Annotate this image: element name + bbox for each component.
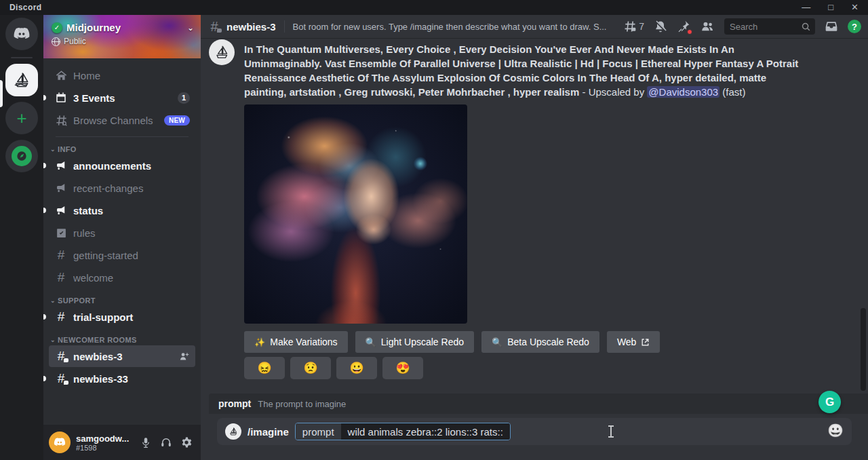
server-banner[interactable]: ✓ Midjourney ⌄ Public [43, 15, 201, 58]
reaction-worried[interactable]: 😟 [290, 357, 331, 379]
discord-home-button[interactable] [5, 18, 38, 50]
maximize-button[interactable]: □ [828, 1, 833, 14]
channel-topic[interactable]: Bot room for new users. Type /imagine th… [293, 22, 618, 32]
section-title: SUPPORT [58, 296, 96, 305]
channel-getting-started[interactable]: # getting-started [49, 244, 195, 266]
search-placeholder: Search [730, 22, 798, 32]
channel-newbies-3[interactable]: # newbies-3 [49, 345, 195, 367]
channel-header: # newbies-3 Bot room for new users. Type… [201, 15, 868, 38]
emoji: 😖 [257, 361, 271, 375]
channel-trial-support[interactable]: # trial-support [49, 306, 195, 328]
hash-icon: # [54, 310, 68, 324]
make-variations-button[interactable]: ✨ Make Variations [244, 331, 348, 353]
unread-indicator [43, 163, 46, 168]
user-info[interactable]: samgoodw... #1598 [76, 434, 132, 452]
search-icon [801, 22, 811, 32]
bot-avatar[interactable] [209, 39, 235, 65]
message: In The Quantum Multiverses, Every Choice… [201, 38, 868, 379]
channel-name: getting-started [73, 250, 190, 261]
invite-member-icon[interactable] [178, 351, 190, 362]
channel-welcome[interactable]: # welcome [49, 267, 195, 288]
message-input[interactable]: /imagine prompt wild animals zebra::2 li… [217, 418, 852, 445]
sidebar-item-browse-channels[interactable]: Browse Channels NEW [49, 109, 195, 131]
reaction-grinning[interactable]: 😀 [336, 357, 377, 379]
generated-image[interactable] [244, 104, 467, 324]
emoji-picker-button[interactable]: 😀 [827, 424, 844, 437]
sidebar-item-home[interactable]: Home [49, 64, 195, 86]
command-autocomplete[interactable]: prompt The prompt to imagine [209, 394, 868, 414]
headphones-button[interactable] [157, 434, 175, 451]
hash-chat-icon: # [54, 372, 68, 385]
close-button[interactable]: ✕ [851, 1, 859, 14]
channel-newbies-33[interactable]: # newbies-33 [49, 368, 195, 389]
option-value[interactable]: wild animals zebra::2 lions::3 rats:: [341, 423, 510, 440]
sailboat-icon [12, 70, 32, 90]
unread-indicator [43, 95, 46, 100]
minimize-button[interactable]: — [802, 1, 810, 14]
threads-button[interactable]: 7 [623, 20, 644, 33]
section-title: NEWCOMER ROOMS [58, 336, 137, 344]
reaction-heart-eyes[interactable]: 😍 [382, 357, 423, 379]
explore-servers-button[interactable] [5, 140, 38, 172]
message-area: In The Quantum Multiverses, Every Choice… [201, 38, 868, 394]
server-icon-midjourney[interactable] [5, 64, 38, 96]
window-titlebar: Discord — □ ✕ [0, 0, 868, 15]
channel-list: Home 3 Events 1 Browse Channels NEW [43, 58, 201, 425]
emoji: 😀 [349, 361, 363, 375]
threads-count: 7 [639, 21, 644, 32]
channel-sidebar: ✓ Midjourney ⌄ Public Home 3 Ev [43, 15, 201, 460]
add-server-button[interactable]: + [5, 102, 38, 134]
section-header-support[interactable]: ⌄ SUPPORT [50, 296, 195, 305]
section-header-info[interactable]: ⌄ INFO [50, 145, 195, 153]
scrollbar-thumb[interactable] [861, 308, 866, 391]
home-icon [54, 69, 68, 82]
unread-indicator [43, 314, 46, 320]
inbox-button[interactable] [825, 20, 838, 33]
button-label: Make Variations [270, 337, 337, 347]
channel-name: status [73, 205, 190, 216]
upscaled-by-text: - Upscaled by [579, 86, 647, 98]
settings-gear-button[interactable] [178, 434, 195, 451]
chevron-down-icon: ⌄ [50, 297, 56, 304]
beta-upscale-redo-button[interactable]: 🔍 Beta Upscale Redo [481, 331, 599, 353]
channel-rules[interactable]: rules [49, 222, 195, 244]
mic-button[interactable] [137, 434, 155, 451]
emoji: 😟 [303, 361, 317, 375]
pin-alert-dot [687, 29, 692, 35]
sparkles-icon: ✨ [254, 338, 265, 347]
button-label: Web [617, 337, 637, 347]
events-count-badge: 1 [178, 92, 190, 104]
discord-logo-icon [12, 24, 31, 43]
megaphone-icon [54, 204, 68, 217]
emoji: 😍 [395, 361, 410, 375]
chevron-down-icon[interactable]: ⌄ [187, 23, 194, 33]
search-input[interactable]: Search [724, 18, 815, 35]
grammarly-icon[interactable]: G [818, 391, 841, 413]
rules-book-icon [54, 226, 68, 239]
reaction-confounded[interactable]: 😖 [244, 357, 285, 379]
command-option-pill[interactable]: prompt wild animals zebra::2 lions::3 ra… [295, 423, 511, 440]
sidebar-item-events[interactable]: 3 Events 1 [49, 87, 195, 109]
sidebar-divider [56, 136, 189, 137]
web-button[interactable]: Web [607, 331, 660, 353]
bot-avatar-small [225, 423, 241, 440]
section-header-newcomer-rooms[interactable]: ⌄ NEWCOMER ROOMS [50, 336, 195, 344]
notifications-off-icon[interactable] [654, 20, 667, 33]
user-mention[interactable]: @Davidson303 [647, 86, 719, 98]
channel-name: trial-support [73, 311, 190, 323]
button-label: Beta Upscale Redo [507, 337, 589, 347]
channel-recent-changes[interactable]: recent-changes [49, 177, 195, 199]
avatar[interactable] [49, 432, 71, 453]
slash-command: /imagine [248, 426, 289, 438]
channel-announcements[interactable]: announcements [49, 155, 195, 176]
autocomplete-option[interactable]: prompt [218, 398, 251, 409]
help-button[interactable]: ? [848, 20, 861, 33]
hash-chat-icon: # [208, 20, 221, 33]
user-discriminator: #1598 [76, 444, 132, 452]
channel-status[interactable]: status [49, 199, 195, 221]
chevron-down-icon: ⌄ [50, 337, 56, 343]
light-upscale-redo-button[interactable]: 🔍 Light Upscale Redo [355, 331, 474, 353]
pinned-messages-button[interactable] [677, 20, 690, 33]
section-title: INFO [58, 145, 77, 153]
member-list-button[interactable] [700, 20, 715, 33]
